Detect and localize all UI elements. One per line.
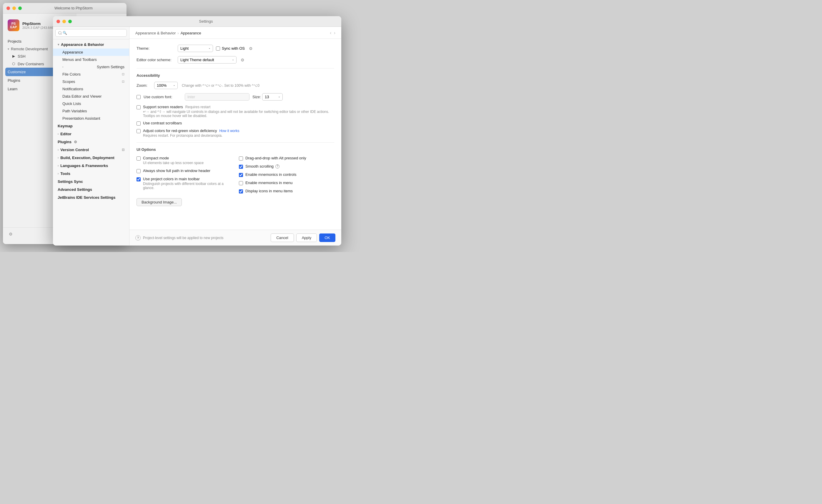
file-colors-badge: ⊡ (122, 72, 124, 76)
mnemonics-menu-option: Enable mnemonics in menu (239, 181, 334, 185)
zoom-select[interactable]: 100% (154, 82, 178, 89)
screen-readers-label: Support screen readers Requires restart (143, 105, 334, 109)
tree-section-version-control[interactable]: › Version Control ⊡ (53, 146, 129, 154)
settings-search (53, 27, 129, 39)
tree-item-notifications[interactable]: Notifications (53, 85, 129, 93)
tree-item-file-colors[interactable]: File Colors ⊡ (53, 71, 129, 78)
settings-maximize-button[interactable] (68, 20, 72, 23)
project-colors-hint: Distinguish projects with different tool… (143, 182, 232, 190)
tree-item-path-variables[interactable]: Path Variables (53, 107, 129, 115)
tree-section-build-exec[interactable]: › Build, Execution, Deployment (53, 154, 129, 162)
drag-drop-checkbox[interactable] (239, 156, 243, 161)
tree-section-editor[interactable]: › Editor (53, 130, 129, 138)
full-path-checkbox[interactable] (136, 169, 141, 173)
adjust-colors-row: Adjust colors for red-green vision defic… (136, 128, 334, 138)
theme-gear-button[interactable]: ⚙ (248, 46, 254, 51)
settings-minimize-button[interactable] (62, 20, 66, 23)
display-icons-checkbox[interactable] (239, 189, 243, 193)
sync-os-label[interactable]: Sync with OS (216, 46, 245, 51)
tree-item-appearance[interactable]: Appearance (53, 49, 129, 56)
mnemonics-controls-checkbox[interactable] (239, 173, 243, 177)
smooth-scrolling-option: Smooth scrolling ? (239, 164, 334, 169)
contrast-scrollbars-content: Use contrast scrollbars (143, 121, 334, 125)
mnemonics-menu-label: Enable mnemonics in menu (245, 181, 334, 185)
sync-os-checkbox[interactable] (216, 46, 220, 51)
screen-readers-checkbox[interactable] (136, 105, 141, 109)
tree-section-appearance-behavior[interactable]: ▾ Appearance & Behavior (53, 41, 129, 49)
project-colors-option: Use project colors in main toolbar Disti… (136, 177, 232, 190)
tree-item-quick-lists[interactable]: Quick Lists (53, 100, 129, 107)
breadcrumb-parent: Appearance & Behavior (135, 31, 175, 35)
app-icon: PS EAP (8, 19, 19, 31)
mnemonics-menu-checkbox[interactable] (239, 181, 243, 185)
adjust-colors-checkbox[interactable] (136, 129, 141, 133)
tree-section-jetbrains-services[interactable]: JetBrains IDE Services Settings (53, 193, 129, 201)
expand-icon: › (62, 65, 63, 69)
tree-section-keymap[interactable]: Keymap (53, 122, 129, 130)
adjust-colors-content: Adjust colors for red-green vision defic… (143, 128, 334, 138)
tree-item-scopes[interactable]: Scopes ⊡ (53, 78, 129, 85)
mnemonics-controls-option: Enable mnemonics in controls (239, 172, 334, 177)
maximize-button[interactable] (18, 6, 22, 10)
compact-mode-label: Compact mode (143, 156, 232, 160)
contrast-scrollbars-label: Use contrast scrollbars (143, 121, 334, 125)
tree-item-menus-toolbars[interactable]: Menus and Toolbars (53, 56, 129, 63)
screen-readers-content: Support screen readers Requires restart … (143, 105, 334, 118)
zoom-hint: Change with ^⌥= or ^⌥-. Set to 100% with… (182, 84, 260, 88)
settings-close-button[interactable] (56, 20, 60, 23)
tree-section-languages[interactable]: › Languages & Frameworks (53, 162, 129, 170)
breadcrumb: Appearance & Behavior › Appearance (135, 31, 201, 35)
size-select[interactable]: 13 (262, 93, 283, 101)
background-image-button[interactable]: Background Image... (136, 198, 182, 206)
editor-color-gear-button[interactable]: ⚙ (240, 57, 246, 63)
contrast-scrollbars-checkbox[interactable] (136, 121, 141, 126)
custom-font-checkbox[interactable] (136, 95, 141, 99)
zoom-label: Zoom: (136, 83, 151, 88)
tree-section-plugins[interactable]: Plugins ⚙ (53, 138, 129, 146)
version-control-badge: ⊡ (122, 148, 124, 152)
display-icons-content: Display icons in menu items (245, 189, 334, 193)
nav-forward-button[interactable]: › (334, 30, 335, 36)
mnemonics-menu-content: Enable mnemonics in menu (245, 181, 334, 185)
tree-item-presentation[interactable]: Presentation Assistant (53, 115, 129, 122)
smooth-scrolling-checkbox[interactable] (239, 165, 243, 169)
nav-arrows: ‹ › (330, 30, 335, 36)
mnemonics-controls-content: Enable mnemonics in controls (245, 172, 334, 177)
adjust-colors-label: Adjust colors for red-green vision defic… (143, 128, 334, 133)
tree-section-tools[interactable]: › Tools (53, 170, 129, 178)
ok-button[interactable]: OK (319, 233, 335, 242)
settings-footer: ? Project-level settings will be applied… (129, 230, 341, 246)
project-colors-checkbox[interactable] (136, 177, 141, 181)
smooth-scrolling-help-icon[interactable]: ? (275, 164, 280, 168)
font-select[interactable]: Inter (185, 93, 250, 101)
theme-select[interactable]: Light (178, 45, 213, 52)
zoom-row: Zoom: 100% Change with ^⌥= or ^⌥-. Set t… (136, 82, 334, 89)
compact-mode-checkbox[interactable] (136, 156, 141, 161)
settings-window: Settings ▾ Appearance & Behavior Appeara… (53, 16, 341, 246)
ui-options-right-col: Drag-and-drop with Alt pressed only Smoo… (239, 156, 334, 193)
compact-mode-hint: UI elements take up less screen space (143, 161, 232, 165)
close-button[interactable] (6, 6, 10, 10)
welcome-title: Welcome to PhpStorm (24, 6, 123, 10)
gear-icon[interactable]: ⚙ (8, 231, 14, 237)
nav-back-button[interactable]: ‹ (330, 30, 331, 36)
compact-mode-content: Compact mode UI elements take up less sc… (143, 156, 232, 165)
editor-color-select[interactable]: Light Theme default (178, 56, 237, 64)
custom-font-label: Use custom font: (143, 95, 182, 99)
settings-body: ▾ Appearance & Behavior Appearance Menus… (53, 27, 341, 246)
compact-mode-option: Compact mode UI elements take up less sc… (136, 156, 232, 165)
tree-item-system-settings[interactable]: › System Settings (53, 63, 129, 71)
drag-drop-option: Drag-and-drop with Alt pressed only (239, 156, 334, 161)
tree-item-data-editor[interactable]: Data Editor and Viewer (53, 93, 129, 100)
containers-icon: ⬡ (11, 61, 16, 66)
settings-search-input[interactable] (55, 29, 127, 37)
how-it-works-link[interactable]: How it works (219, 129, 239, 133)
theme-form-row: Theme: Light Sync with OS ⚙ (136, 45, 334, 52)
tree-section-settings-sync[interactable]: Settings Sync (53, 178, 129, 186)
divider-1 (136, 68, 334, 69)
tree-section-advanced[interactable]: Advanced Settings (53, 186, 129, 193)
editor-color-label: Editor color scheme: (136, 58, 175, 62)
minimize-button[interactable] (12, 6, 16, 10)
cancel-button[interactable]: Cancel (271, 233, 294, 242)
apply-button[interactable]: Apply (296, 233, 317, 242)
